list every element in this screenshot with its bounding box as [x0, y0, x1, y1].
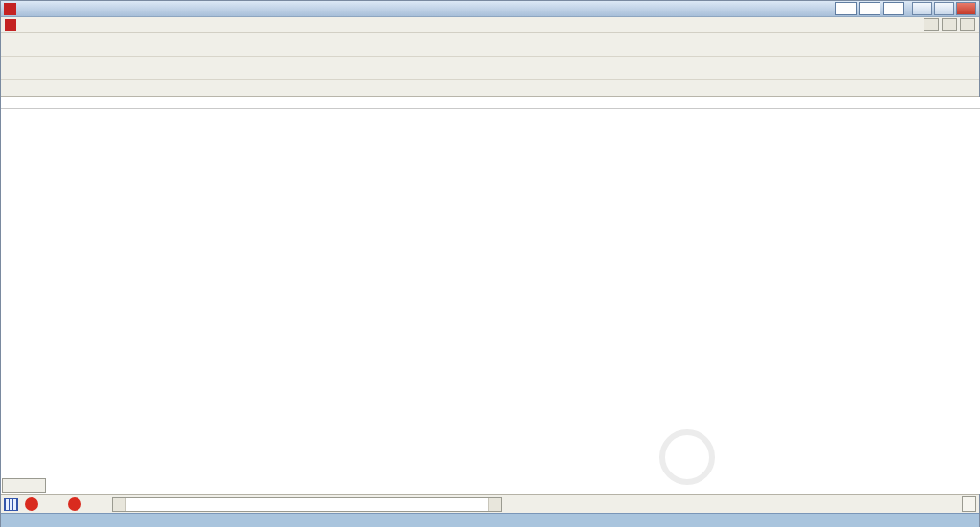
date-axis	[1, 97, 980, 109]
quote-grid-icon[interactable]	[4, 498, 18, 511]
title-bar	[1, 1, 979, 17]
current-stock-label[interactable]	[962, 496, 976, 512]
candlestick-canvas	[1, 97, 980, 494]
mdi-child-icon	[5, 19, 16, 31]
horizontal-scrollbar[interactable]	[112, 497, 502, 512]
watermark-logo	[659, 429, 715, 485]
close-button[interactable]	[956, 2, 976, 15]
main-toolbar	[1, 33, 979, 57]
mdi-minimize-button[interactable]	[924, 18, 939, 31]
minimize-button[interactable]	[912, 2, 932, 15]
expand-volume-button[interactable]	[2, 478, 46, 493]
scroll-right-arrow[interactable]	[488, 498, 501, 511]
scroll-left-arrow[interactable]	[113, 498, 126, 511]
gann-quote-bar	[1, 513, 979, 527]
homepage-button[interactable]	[883, 2, 904, 15]
drawing-toolbar	[1, 80, 979, 97]
app-logo-icon	[4, 3, 16, 15]
menu-bar	[1, 17, 979, 33]
status-bar	[1, 494, 979, 513]
sh-index-icon	[25, 497, 38, 511]
customer-service-button[interactable]	[835, 2, 857, 15]
mdi-restore-button[interactable]	[942, 18, 957, 31]
forum-button[interactable]	[859, 2, 880, 15]
kline-chart[interactable]	[1, 97, 980, 494]
titlebar-links	[835, 2, 904, 15]
mdi-close-button[interactable]	[960, 18, 975, 31]
app-window	[0, 0, 980, 527]
maximize-button[interactable]	[934, 2, 954, 15]
sz-index-icon	[68, 497, 81, 511]
icon-toolbar	[1, 57, 979, 80]
